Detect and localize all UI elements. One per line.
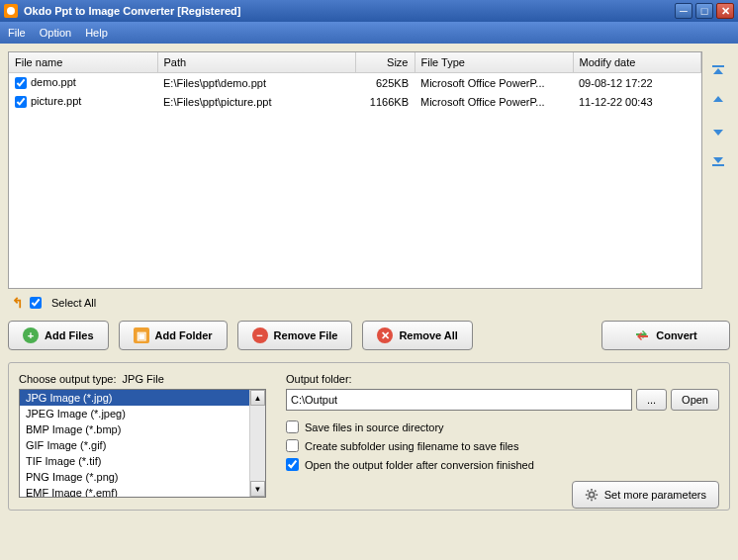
browse-button[interactable]: ... — [636, 389, 667, 411]
save-source-checkbox[interactable] — [286, 420, 299, 433]
listbox-scrollbar[interactable]: ▲ ▼ — [249, 390, 265, 497]
app-logo-icon — [4, 4, 18, 18]
convert-icon — [634, 327, 650, 343]
window-title: Okdo Ppt to Image Converter [Registered] — [24, 5, 675, 17]
table-row[interactable]: picture.pptE:\Files\ppt\picture.ppt1166K… — [9, 92, 701, 111]
list-item[interactable]: JPEG Image (*.jpeg) — [20, 406, 249, 421]
scroll-down-button[interactable]: ▼ — [250, 481, 265, 497]
list-item[interactable]: PNG Image (*.png) — [20, 469, 249, 485]
remove-file-button[interactable]: −Remove File — [237, 321, 353, 350]
list-item[interactable]: JPG Image (*.jpg) — [20, 390, 249, 406]
output-type-listbox[interactable]: JPG Image (*.jpg)JPEG Image (*.jpeg)BMP … — [19, 389, 266, 498]
create-subfolder-checkbox[interactable] — [286, 439, 299, 452]
output-type-current: JPG File — [123, 373, 164, 385]
minimize-button[interactable]: ─ — [675, 3, 692, 19]
list-item[interactable]: BMP Image (*.bmp) — [20, 421, 249, 437]
remove-all-button[interactable]: ✕Remove All — [362, 321, 473, 350]
output-folder-input[interactable] — [286, 389, 632, 411]
table-row[interactable]: demo.pptE:\Files\ppt\demo.ppt625KBMicros… — [9, 73, 701, 93]
col-modify[interactable]: Modify date — [573, 52, 701, 73]
create-subfolder-label: Create subfolder using filename to save … — [305, 440, 518, 452]
plus-icon: + — [23, 327, 39, 343]
save-source-label: Save files in source directory — [305, 421, 444, 433]
open-after-checkbox[interactable] — [286, 458, 299, 471]
menu-help[interactable]: Help — [85, 27, 108, 39]
svg-point-1 — [589, 492, 594, 497]
add-files-button[interactable]: +Add Files — [8, 321, 109, 350]
list-item[interactable]: TIF Image (*.tif) — [20, 453, 249, 469]
col-filetype[interactable]: File Type — [415, 52, 573, 73]
open-folder-button[interactable]: Open — [671, 389, 719, 411]
select-all-label: Select All — [51, 297, 96, 309]
output-type-label: Choose output type: — [19, 373, 116, 385]
col-filename[interactable]: File name — [9, 52, 157, 73]
open-after-label: Open the output folder after conversion … — [305, 459, 534, 471]
list-item[interactable]: GIF Image (*.gif) — [20, 437, 249, 453]
menu-bar: File Option Help — [0, 22, 738, 44]
list-item[interactable]: EMF Image (*.emf) — [20, 485, 249, 497]
menu-option[interactable]: Option — [40, 27, 71, 39]
gear-icon — [585, 488, 599, 502]
parent-folder-icon[interactable]: ↰ — [12, 295, 24, 311]
reorder-buttons — [706, 51, 730, 289]
col-size[interactable]: Size — [355, 52, 415, 73]
svg-point-0 — [7, 7, 15, 15]
maximize-button[interactable]: □ — [695, 3, 713, 19]
move-top-button[interactable] — [708, 61, 728, 81]
select-all-checkbox[interactable] — [30, 297, 42, 309]
row-checkbox[interactable] — [15, 77, 27, 89]
move-bottom-button[interactable] — [708, 150, 728, 170]
convert-button[interactable]: Convert — [601, 321, 730, 350]
move-down-button[interactable] — [708, 121, 728, 140]
minus-icon: − — [252, 327, 268, 343]
set-more-parameters-button[interactable]: Set more parameters — [572, 481, 719, 509]
folder-icon: ▣ — [134, 327, 149, 343]
move-up-button[interactable] — [708, 91, 728, 111]
output-folder-label: Output folder: — [286, 373, 719, 385]
scroll-up-button[interactable]: ▲ — [250, 390, 265, 406]
menu-file[interactable]: File — [8, 27, 26, 39]
file-table[interactable]: File name Path Size File Type Modify dat… — [8, 51, 702, 289]
col-path[interactable]: Path — [157, 52, 355, 73]
close-button[interactable]: ✕ — [716, 3, 734, 19]
row-checkbox[interactable] — [15, 96, 27, 108]
title-bar: Okdo Ppt to Image Converter [Registered]… — [0, 0, 738, 22]
x-icon: ✕ — [377, 327, 393, 343]
add-folder-button[interactable]: ▣Add Folder — [119, 321, 228, 350]
